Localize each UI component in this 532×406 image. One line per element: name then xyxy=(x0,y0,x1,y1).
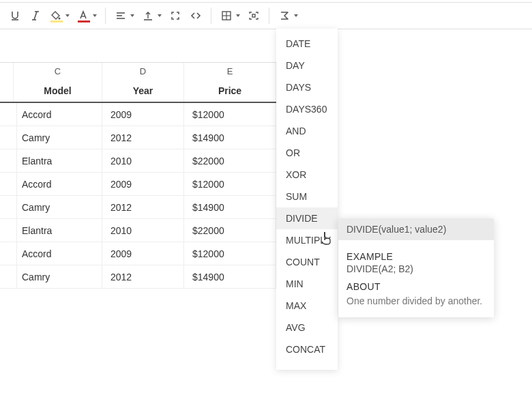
formula-item-avg[interactable]: AVG xyxy=(276,317,338,338)
cell-year[interactable]: 2010 xyxy=(102,219,184,242)
background-color-icon[interactable] xyxy=(46,6,72,25)
spreadsheet: C D E Model Year Price Accord2009$12000C… xyxy=(0,62,276,289)
toolbar xyxy=(0,2,532,29)
formula-item-date[interactable]: DATE xyxy=(276,33,338,55)
underline-icon[interactable] xyxy=(5,6,25,25)
table-row[interactable]: Accord2009$12000 xyxy=(0,242,276,265)
formula-item-max[interactable]: MAX xyxy=(276,295,338,317)
formula-tooltip: DIVIDE(value1; value2) EXAMPLE DIVIDE(A2… xyxy=(338,218,494,317)
toolbar-separator xyxy=(211,8,211,24)
table-header-row: Model Year Price xyxy=(0,80,276,103)
italic-icon[interactable] xyxy=(26,6,45,25)
table-row[interactable]: Camry2012$14900 xyxy=(0,196,276,219)
table-row[interactable]: Accord2009$12000 xyxy=(0,173,276,196)
tooltip-example: DIVIDE(A2; B2) xyxy=(346,263,486,274)
formula-item-day[interactable]: DAY xyxy=(276,55,338,76)
cell-price[interactable]: $12000 xyxy=(184,173,276,195)
table-row[interactable]: Elantra2010$22000 xyxy=(0,219,276,242)
formula-item-concat[interactable]: CONCAT xyxy=(276,338,338,360)
cell-model[interactable]: Elantra xyxy=(14,219,102,242)
cell-year[interactable]: 2012 xyxy=(102,265,184,288)
row-number xyxy=(0,80,14,102)
header-year[interactable]: Year xyxy=(102,80,184,102)
svg-rect-13 xyxy=(252,14,255,17)
formula-item-multiply[interactable]: MULTIPLY xyxy=(276,229,338,251)
cell-price[interactable]: $12000 xyxy=(184,103,276,126)
column-header-c[interactable]: C xyxy=(14,63,102,80)
toolbar-separator xyxy=(269,8,269,24)
cell-year[interactable]: 2009 xyxy=(102,242,184,265)
formula-item-count[interactable]: COUNT xyxy=(276,251,338,273)
cell-price[interactable]: $22000 xyxy=(184,219,276,242)
formula-item-sum[interactable]: SUM xyxy=(276,186,338,207)
cell-price[interactable]: $22000 xyxy=(184,149,276,172)
text-color-icon[interactable] xyxy=(74,6,100,25)
tooltip-description: One number divided by another. xyxy=(346,295,486,308)
header-model[interactable]: Model xyxy=(14,80,102,102)
formula-item-divide[interactable]: DIVIDE xyxy=(276,207,338,229)
code-icon[interactable] xyxy=(186,6,205,25)
cell-model[interactable]: Camry xyxy=(14,265,102,288)
svg-point-4 xyxy=(59,18,61,20)
svg-line-3 xyxy=(34,12,37,20)
cell-model[interactable]: Elantra xyxy=(14,149,102,172)
table-row[interactable]: Camry2012$14900 xyxy=(0,265,276,289)
tooltip-example-header: EXAMPLE xyxy=(346,251,486,262)
cell-model[interactable]: Accord xyxy=(14,173,102,195)
cell-price[interactable]: $14900 xyxy=(184,126,276,149)
table-row[interactable]: Camry2012$14900 xyxy=(0,126,276,149)
row-header-blank xyxy=(0,63,14,80)
column-header-d[interactable]: D xyxy=(102,63,184,80)
align-icon[interactable] xyxy=(111,6,137,25)
formula-item-days360[interactable]: DAYS360 xyxy=(276,98,338,120)
cell-price[interactable]: $14900 xyxy=(184,196,276,218)
cell-year[interactable]: 2012 xyxy=(102,196,184,218)
header-price[interactable]: Price xyxy=(184,80,276,102)
tooltip-signature: DIVIDE(value1; value2) xyxy=(338,218,494,240)
tooltip-about-header: ABOUT xyxy=(346,281,486,292)
cell-year[interactable]: 2009 xyxy=(102,173,184,195)
formula-item-min[interactable]: MIN xyxy=(276,273,338,295)
formula-item-or[interactable]: OR xyxy=(276,142,338,164)
table-icon[interactable] xyxy=(217,6,243,25)
cell-year[interactable]: 2012 xyxy=(102,126,184,149)
cell-model[interactable]: Camry xyxy=(14,196,102,218)
formula-item-days[interactable]: DAYS xyxy=(276,76,338,98)
toolbar-separator xyxy=(105,8,106,24)
cell-year[interactable]: 2009 xyxy=(102,103,184,126)
table-row[interactable]: Elantra2010$22000 xyxy=(0,149,276,173)
formula-icon[interactable] xyxy=(275,6,301,25)
table-row[interactable]: Accord2009$12000 xyxy=(0,103,276,126)
cell-model[interactable]: Accord xyxy=(14,242,102,265)
formula-item-and[interactable]: AND xyxy=(276,120,338,142)
cell-year[interactable]: 2010 xyxy=(102,149,184,172)
column-header-e[interactable]: E xyxy=(184,63,276,80)
formula-dropdown[interactable]: DATEDAYDAYSDAYS360ANDORXORSUMDIVIDEMULTI… xyxy=(276,29,338,370)
vertical-align-icon[interactable] xyxy=(138,6,164,25)
cell-model[interactable]: Camry xyxy=(14,126,102,149)
cell-price[interactable]: $14900 xyxy=(184,265,276,288)
cell-price[interactable]: $12000 xyxy=(184,242,276,265)
cell-model[interactable]: Accord xyxy=(14,103,102,126)
fullscreen-icon[interactable] xyxy=(166,6,185,25)
column-headers-row: C D E xyxy=(0,62,276,80)
formula-item-xor[interactable]: XOR xyxy=(276,164,338,186)
split-cell-icon[interactable] xyxy=(244,6,263,25)
